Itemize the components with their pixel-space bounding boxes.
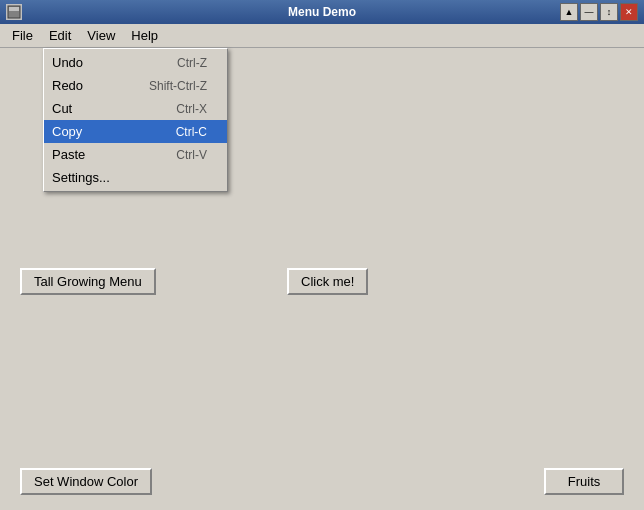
menu-edit[interactable]: Edit: [41, 25, 79, 46]
app-icon: [6, 4, 22, 20]
set-window-color-button[interactable]: Set Window Color: [20, 468, 152, 495]
menu-view[interactable]: View: [79, 25, 123, 46]
close-button[interactable]: ✕: [620, 3, 638, 21]
menu-item-copy-label: Copy: [52, 124, 82, 139]
menu-item-copy-shortcut: Ctrl-C: [176, 125, 207, 139]
edit-dropdown-menu: Undo Ctrl-Z Redo Shift-Ctrl-Z Cut Ctrl-X…: [43, 48, 228, 192]
menu-item-redo-shortcut: Shift-Ctrl-Z: [149, 79, 207, 93]
tall-growing-menu-button[interactable]: Tall Growing Menu: [20, 268, 156, 295]
menu-item-cut[interactable]: Cut Ctrl-X: [44, 97, 227, 120]
title-bar-buttons: ▲ — ↕ ✕: [560, 3, 638, 21]
menu-item-settings[interactable]: Settings...: [44, 166, 227, 189]
menu-item-cut-shortcut: Ctrl-X: [176, 102, 207, 116]
menu-help[interactable]: Help: [123, 25, 166, 46]
menu-item-paste-shortcut: Ctrl-V: [176, 148, 207, 162]
menu-item-cut-label: Cut: [52, 101, 72, 116]
menu-item-redo[interactable]: Redo Shift-Ctrl-Z: [44, 74, 227, 97]
menu-item-paste-label: Paste: [52, 147, 85, 162]
restore-button[interactable]: ↕: [600, 3, 618, 21]
menu-file[interactable]: File: [4, 25, 41, 46]
svg-rect-1: [9, 7, 19, 11]
menu-item-undo-label: Undo: [52, 55, 83, 70]
title-bar-left: [6, 4, 22, 20]
menu-item-settings-label: Settings...: [52, 170, 110, 185]
minimize-button[interactable]: ▲: [560, 3, 578, 21]
click-me-button[interactable]: Click me!: [287, 268, 368, 295]
menu-item-undo-shortcut: Ctrl-Z: [177, 56, 207, 70]
menu-item-paste[interactable]: Paste Ctrl-V: [44, 143, 227, 166]
maximize-button[interactable]: —: [580, 3, 598, 21]
menu-item-redo-label: Redo: [52, 78, 83, 93]
menu-item-copy[interactable]: Copy Ctrl-C: [44, 120, 227, 143]
fruits-button[interactable]: Fruits: [544, 468, 624, 495]
menu-bar: File Edit View Help: [0, 24, 644, 48]
menu-item-undo[interactable]: Undo Ctrl-Z: [44, 51, 227, 74]
title-bar: Menu Demo ▲ — ↕ ✕: [0, 0, 644, 24]
window-title: Menu Demo: [288, 5, 356, 19]
